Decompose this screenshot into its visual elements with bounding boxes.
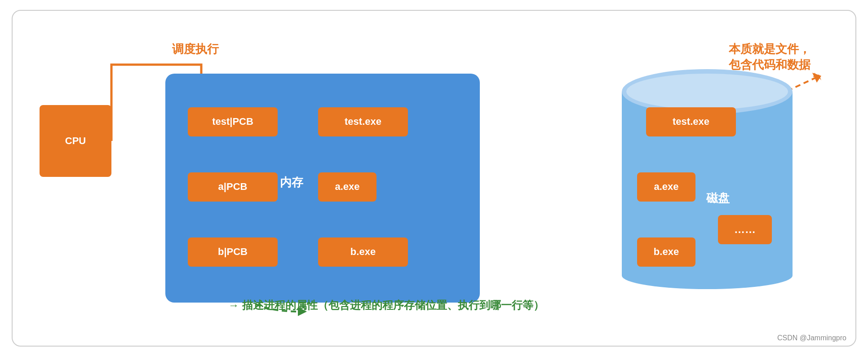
schedule-label: 调度执行 — [172, 41, 219, 57]
dots-disk-box: …… — [718, 215, 772, 244]
a-pcb-label: a|PCB — [218, 181, 248, 193]
b-exe-disk-label: b.exe — [654, 246, 679, 258]
cpu-label: CPU — [65, 135, 86, 147]
a-exe-disk-box: a.exe — [637, 172, 695, 202]
test-exe-mem-box: test.exe — [318, 107, 408, 136]
disk-top-inner — [626, 74, 788, 110]
b-exe-mem-label: b.exe — [350, 246, 376, 258]
b-exe-disk-box: b.exe — [637, 237, 695, 267]
cpu-box: CPU — [40, 105, 111, 177]
green-annotation: → 描述进程的属性（包含进程的程序存储位置、执行到哪一行等） — [228, 298, 544, 312]
dots-disk-label: …… — [734, 223, 756, 236]
svg-marker-15 — [813, 73, 821, 80]
memory-label: 内存 — [280, 175, 303, 190]
a-exe-mem-box: a.exe — [318, 172, 376, 202]
test-exe-disk-label: test.exe — [673, 116, 709, 127]
orange-annotation: 本质就是文件， 包含代码和数据 — [729, 41, 810, 73]
b-pcb-box: b|PCB — [188, 237, 278, 267]
svg-marker-16 — [812, 73, 821, 83]
b-exe-mem-box: b.exe — [318, 237, 408, 267]
diagram-container: CPU 调度执行 内存 test|PCB test.exe a|PCB a.ex… — [12, 10, 856, 347]
test-exe-disk-box: test.exe — [646, 107, 736, 136]
orange-annotation-line1: 本质就是文件， — [729, 41, 810, 57]
orange-annotation-line2: 包含代码和数据 — [729, 57, 810, 73]
b-pcb-label: b|PCB — [218, 246, 248, 258]
a-exe-disk-label: a.exe — [654, 181, 678, 193]
test-pcb-box: test|PCB — [188, 107, 278, 136]
a-exe-mem-label: a.exe — [335, 181, 359, 193]
disk-label: 磁盘 — [706, 190, 730, 206]
test-exe-mem-label: test.exe — [345, 116, 381, 127]
test-pcb-label: test|PCB — [212, 116, 253, 127]
a-pcb-box: a|PCB — [188, 172, 278, 202]
watermark: CSDN @Jammingpro — [777, 334, 846, 342]
